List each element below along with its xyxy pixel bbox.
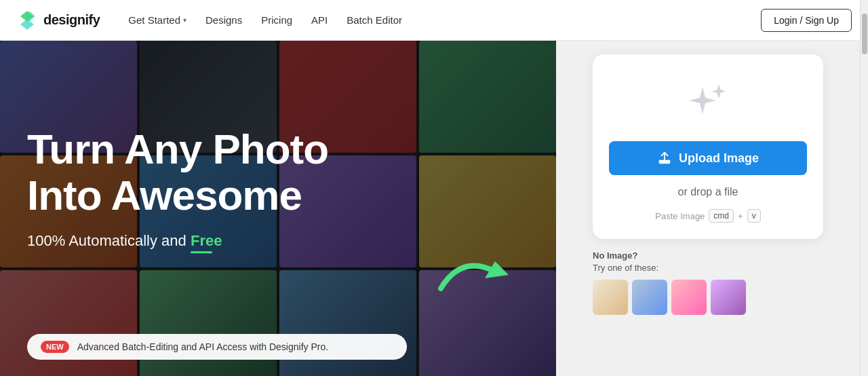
sample-thumb-4[interactable] bbox=[711, 280, 746, 315]
upload-icon bbox=[657, 151, 672, 166]
nav-item-designs[interactable]: Designs bbox=[199, 10, 249, 30]
arrow-icon bbox=[434, 248, 515, 302]
logo-icon bbox=[16, 10, 38, 31]
upload-card: Upload Image or drop a file Paste Image … bbox=[593, 54, 823, 239]
hero-subtitle: 100% Automatically and Free bbox=[27, 233, 328, 254]
no-image-title: No Image? Try one of these: bbox=[593, 250, 823, 274]
scrollbar[interactable] bbox=[860, 0, 868, 376]
upload-button[interactable]: Upload Image bbox=[609, 141, 807, 175]
nav-links: Get Started ▾ Designs Pricing API Batch … bbox=[121, 10, 761, 30]
key-cmd: cmd bbox=[709, 209, 734, 223]
sparkles-svg bbox=[681, 76, 735, 130]
svg-marker-1 bbox=[20, 19, 34, 30]
logo-area[interactable]: designify bbox=[16, 10, 100, 31]
paste-label: Paste Image bbox=[655, 211, 705, 221]
hero-title: Turn Any Photo Into Awesome bbox=[27, 126, 328, 219]
logo-text: designify bbox=[43, 12, 100, 28]
drop-text: or drop a file bbox=[678, 186, 738, 198]
scrollbar-thumb bbox=[862, 14, 867, 54]
sample-thumb-1[interactable] bbox=[593, 280, 628, 315]
new-badge-text: Advanced Batch-Editing and API Access wi… bbox=[77, 341, 328, 352]
no-image-section: No Image? Try one of these: bbox=[593, 250, 823, 315]
navbar: designify Get Started ▾ Designs Pricing … bbox=[0, 0, 868, 41]
free-underline bbox=[191, 252, 213, 254]
new-badge-container: NEW Advanced Batch-Editing and API Acces… bbox=[27, 334, 407, 360]
nav-item-batch-editor[interactable]: Batch Editor bbox=[340, 10, 409, 30]
login-button[interactable]: Login / Sign Up bbox=[761, 9, 852, 32]
chevron-down-icon: ▾ bbox=[183, 16, 186, 24]
green-arrow bbox=[434, 248, 515, 305]
key-v: v bbox=[747, 209, 761, 223]
sample-thumb-3[interactable] bbox=[671, 280, 707, 315]
paste-row: Paste Image cmd + v bbox=[655, 209, 760, 223]
hero-right: Upload Image or drop a file Paste Image … bbox=[556, 41, 860, 376]
sample-thumb-2[interactable] bbox=[632, 280, 667, 315]
hero-section: Turn Any Photo Into Awesome 100% Automat… bbox=[0, 41, 860, 376]
sparkle-icon bbox=[681, 76, 735, 130]
nav-item-pricing[interactable]: Pricing bbox=[254, 10, 299, 30]
free-word: Free bbox=[191, 233, 222, 254]
hero-left: Turn Any Photo Into Awesome 100% Automat… bbox=[0, 41, 556, 376]
new-badge-label: NEW bbox=[41, 341, 69, 353]
nav-item-get-started[interactable]: Get Started ▾ bbox=[121, 10, 193, 30]
sample-images bbox=[593, 280, 823, 315]
plus-sign: + bbox=[738, 211, 743, 221]
nav-item-api[interactable]: API bbox=[304, 10, 334, 30]
hero-content: Turn Any Photo Into Awesome 100% Automat… bbox=[27, 126, 328, 275]
